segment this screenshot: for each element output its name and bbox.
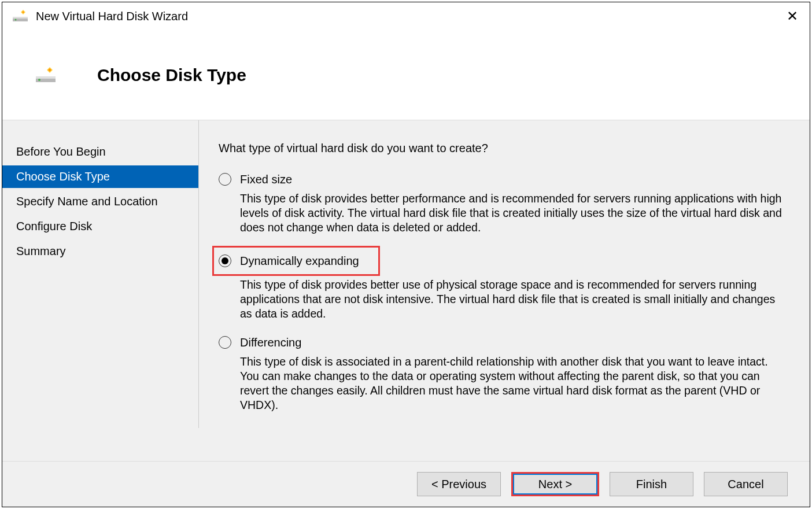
svg-rect-1: [13, 17, 28, 19]
titlebar: New Virtual Hard Disk Wizard ✕: [2, 2, 810, 30]
option-description: This type of disk is associated in a par…: [240, 355, 787, 412]
svg-rect-4: [36, 76, 56, 79]
body: Before You BeginChoose Disk TypeSpecify …: [2, 120, 810, 461]
cancel-button[interactable]: Cancel: [704, 472, 788, 496]
radio-row[interactable]: Differencing: [219, 335, 787, 350]
sidebar-item-choose-disk-type[interactable]: Choose Disk Type: [2, 165, 198, 188]
radio-button[interactable]: [219, 173, 231, 186]
svg-point-2: [15, 19, 17, 21]
main-content: What type of virtual hard disk do you wa…: [199, 120, 810, 461]
option-fixed-size: Fixed sizeThis type of disk provides bet…: [219, 172, 787, 235]
window-title: New Virtual Hard Disk Wizard: [36, 10, 188, 23]
option-description: This type of disk provides better perfor…: [240, 191, 787, 235]
radio-button[interactable]: [219, 254, 231, 267]
close-button[interactable]: ✕: [787, 8, 798, 24]
sidebar-item-specify-name-and-location[interactable]: Specify Name and Location: [2, 190, 198, 213]
sidebar-item-before-you-begin[interactable]: Before You Begin: [2, 141, 198, 163]
finish-button[interactable]: Finish: [610, 472, 693, 496]
sidebar-item-summary[interactable]: Summary: [2, 240, 198, 263]
sidebar-item-configure-disk[interactable]: Configure Disk: [2, 215, 198, 238]
wizard-window: New Virtual Hard Disk Wizard ✕ Choose Di…: [2, 2, 810, 507]
option-description: This type of disk provides better use of…: [240, 278, 787, 321]
disk-icon: [13, 10, 28, 23]
radio-button[interactable]: [219, 336, 231, 349]
option-label: Dynamically expanding: [240, 253, 359, 268]
option-label: Fixed size: [240, 172, 292, 187]
radio-row[interactable]: Dynamically expanding: [212, 246, 380, 276]
option-label: Differencing: [240, 335, 301, 350]
option-dynamically-expanding: Dynamically expandingThis type of disk p…: [219, 249, 787, 321]
disk-icon: [36, 67, 56, 83]
svg-point-5: [38, 79, 40, 81]
next-button[interactable]: Next >: [511, 472, 599, 496]
option-differencing: DifferencingThis type of disk is associa…: [219, 335, 787, 412]
sidebar: Before You BeginChoose Disk TypeSpecify …: [2, 120, 199, 428]
header-panel: Choose Disk Type: [2, 30, 810, 120]
question-text: What type of virtual hard disk do you wa…: [219, 141, 787, 156]
page-title: Choose Disk Type: [97, 65, 246, 85]
previous-button[interactable]: < Previous: [417, 472, 501, 496]
radio-row[interactable]: Fixed size: [219, 172, 787, 187]
button-bar: < Previous Next > Finish Cancel: [2, 461, 810, 507]
